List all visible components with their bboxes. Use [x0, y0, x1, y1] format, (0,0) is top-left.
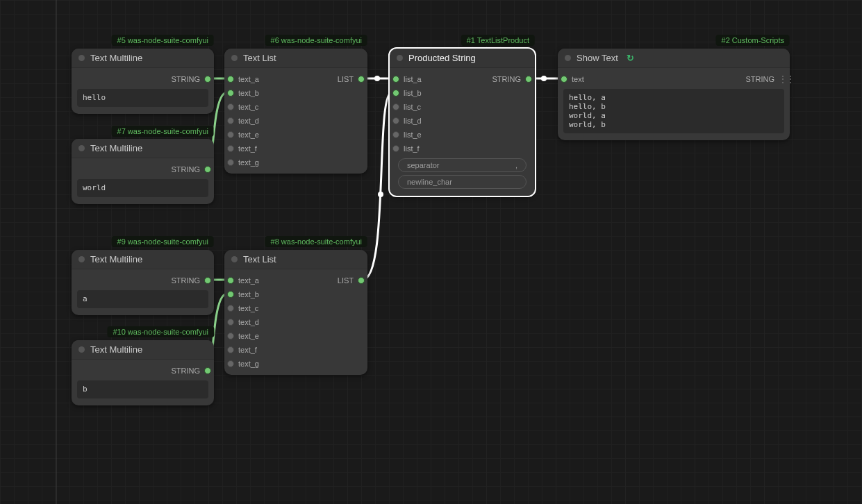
input-label: text_e — [238, 131, 259, 139]
input-label: text_c — [238, 103, 258, 111]
output-label: STRING — [171, 165, 200, 174]
node-title-bar[interactable]: Producted String — [390, 49, 535, 68]
svg-point-0 — [374, 76, 380, 81]
text-input[interactable]: hello — [77, 89, 208, 107]
input-port[interactable] — [392, 103, 399, 110]
input-port[interactable] — [227, 131, 234, 138]
output-port-string[interactable] — [204, 76, 211, 83]
input-port[interactable] — [227, 117, 234, 124]
widget-label: separator — [407, 161, 439, 169]
refresh-icon[interactable]: ↻ — [627, 53, 634, 63]
collapse-dot-icon[interactable] — [78, 145, 85, 151]
output-port-string[interactable] — [204, 277, 211, 284]
input-label: text_c — [238, 304, 258, 312]
node-tag: #8 was-node-suite-comfyui — [265, 236, 367, 247]
output-label: STRING — [171, 75, 200, 83]
input-label: text — [572, 75, 584, 83]
node-text-multiline-9[interactable]: Text Multiline STRING a — [72, 250, 214, 315]
input-label: list_d — [404, 117, 422, 125]
input-port[interactable] — [227, 90, 234, 96]
node-tag: #7 was-node-suite-comfyui — [112, 126, 214, 137]
output-label: STRING — [171, 276, 200, 285]
collapse-dot-icon[interactable] — [78, 256, 85, 262]
node-title: Text Multiline — [90, 53, 142, 63]
input-port[interactable] — [227, 360, 234, 367]
node-title: Producted String — [408, 53, 476, 63]
input-label: list_f — [404, 144, 420, 153]
collapse-dot-icon[interactable] — [78, 55, 85, 61]
collapse-dot-icon[interactable] — [78, 346, 85, 353]
input-port[interactable] — [227, 319, 234, 326]
node-title: Text List — [243, 254, 276, 264]
svg-point-2 — [541, 76, 547, 81]
collapse-dot-icon[interactable] — [231, 55, 238, 61]
input-port[interactable] — [227, 277, 234, 284]
node-title-bar[interactable]: Text Multiline — [72, 49, 214, 68]
output-label: STRING — [171, 367, 200, 375]
output-port-string[interactable] — [525, 76, 532, 83]
widget-newline-char[interactable]: newline_char — [398, 175, 527, 189]
input-label: list_b — [404, 89, 422, 97]
output-label: STRING — [745, 75, 774, 83]
node-title-bar[interactable]: Text List — [224, 250, 367, 269]
input-label: text_a — [238, 75, 259, 83]
node-text-multiline-5[interactable]: Text Multiline STRING hello — [72, 49, 214, 114]
text-input[interactable]: b — [77, 380, 208, 398]
node-title-bar[interactable]: Text List — [224, 49, 367, 68]
input-label: text_f — [238, 144, 257, 153]
input-label: list_e — [404, 131, 422, 139]
node-tag: #9 was-node-suite-comfyui — [112, 236, 214, 247]
output-label: LIST — [338, 75, 354, 83]
input-label: list_c — [404, 103, 421, 111]
input-port[interactable] — [227, 159, 234, 166]
input-port[interactable] — [392, 131, 399, 138]
input-label: text_d — [238, 117, 259, 125]
output-port-string[interactable] — [204, 166, 211, 173]
input-port[interactable] — [227, 145, 234, 152]
node-producted-string-1[interactable]: Producted String STRING list_a list_b li… — [390, 49, 535, 196]
node-title-bar[interactable]: Text Multiline — [72, 250, 214, 269]
input-label: text_a — [238, 276, 259, 285]
input-label: text_b — [238, 290, 259, 299]
input-label: text_f — [238, 346, 257, 354]
node-tag: #2 Custom-Scripts — [716, 35, 790, 46]
input-port[interactable] — [392, 117, 399, 124]
node-title-bar[interactable]: Text Multiline — [72, 340, 214, 360]
collapse-dot-icon[interactable] — [397, 55, 403, 61]
collapse-dot-icon[interactable] — [565, 55, 571, 61]
node-tag: #1 TextListProduct — [461, 35, 535, 46]
widget-value: , — [515, 161, 517, 169]
input-port[interactable] — [227, 291, 234, 298]
input-port[interactable] — [392, 145, 399, 152]
text-input[interactable]: a — [77, 290, 208, 308]
node-text-list-8[interactable]: Text List LIST text_a text_b text_c text… — [224, 250, 367, 375]
input-label: text_g — [238, 158, 259, 167]
node-title-bar[interactable]: Text Multiline — [72, 139, 214, 158]
node-tag: #6 was-node-suite-comfyui — [265, 35, 367, 46]
widget-separator[interactable]: separator , — [398, 158, 527, 172]
input-label: list_a — [404, 75, 422, 83]
node-text-multiline-10[interactable]: Text Multiline STRING b — [72, 340, 214, 405]
output-port-list[interactable] — [358, 277, 365, 284]
output-port-list[interactable] — [358, 76, 365, 83]
output-port-string[interactable] — [204, 367, 211, 374]
text-input[interactable]: world — [77, 179, 208, 197]
input-port[interactable] — [227, 305, 234, 312]
widget-label: newline_char — [407, 178, 452, 186]
input-port[interactable] — [227, 346, 234, 353]
node-show-text-2[interactable]: Show Text ↻ STRING⋮⋮ text hello, a hello… — [558, 49, 790, 140]
input-label: text_d — [238, 318, 259, 326]
grip-icon[interactable]: ⋮⋮ — [779, 74, 787, 84]
input-port[interactable] — [227, 333, 234, 339]
input-port[interactable] — [227, 76, 234, 83]
input-port[interactable] — [392, 76, 399, 83]
node-title-bar[interactable]: Show Text ↻ — [558, 49, 790, 68]
node-title: Text List — [243, 53, 276, 63]
collapse-dot-icon[interactable] — [231, 256, 238, 262]
input-port[interactable] — [227, 103, 234, 110]
input-label: text_b — [238, 89, 259, 97]
node-text-list-6[interactable]: Text List LIST text_a text_b text_c text… — [224, 49, 367, 174]
input-port[interactable] — [561, 76, 567, 83]
input-port[interactable] — [392, 90, 399, 96]
node-text-multiline-7[interactable]: Text Multiline STRING world — [72, 139, 214, 204]
